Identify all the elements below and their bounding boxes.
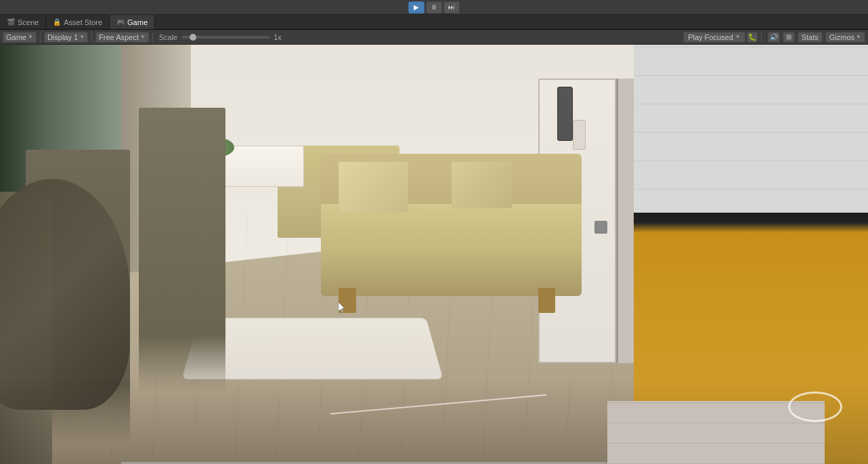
separator-4 [761, 33, 762, 42]
tab-bar: 🎬 Scene 🔒 Asset Store 🎮 Game [0, 15, 868, 30]
scale-value: 1x [274, 33, 282, 41]
scene-icon: 🎬 [7, 18, 15, 26]
layers-button[interactable]: ⊞ [783, 32, 795, 43]
scale-slider[interactable] [181, 36, 269, 39]
sofa-leg-1 [339, 288, 356, 313]
aspect-dropdown-chevron: ▼ [140, 34, 146, 40]
gizmos-chevron: ▼ [856, 34, 861, 40]
scale-label: Scale [159, 33, 178, 41]
separator-1 [40, 33, 41, 42]
layers-icon: ⊞ [786, 33, 791, 41]
game-dropdown-chevron: ▼ [28, 34, 33, 40]
display-dropdown[interactable]: Display 1 ▼ [44, 32, 88, 43]
audio-icon: 🔊 [770, 33, 778, 41]
gizmos-label: Gizmos [829, 33, 854, 41]
game-dropdown[interactable]: Game ▼ [3, 32, 37, 43]
game-viewport[interactable] [0, 45, 868, 464]
tab-asset-store[interactable]: 🔒 Asset Store [46, 15, 110, 29]
gizmos-button[interactable]: Gizmos ▼ [825, 32, 865, 43]
tab-scene-label: Scene [18, 18, 39, 26]
asset-store-icon: 🔒 [53, 18, 61, 26]
play-focused-chevron: ▼ [735, 34, 741, 40]
room-scene [0, 45, 868, 464]
separator-2 [91, 33, 92, 42]
display-dropdown-chevron: ▼ [79, 34, 85, 40]
wall-panel [573, 120, 586, 149]
play-focused-label: Play Focused [688, 33, 733, 41]
game-icon: 🎮 [116, 18, 125, 26]
sofa-pillow-2 [452, 162, 513, 208]
play-button[interactable]: ▶ [408, 1, 425, 14]
tab-asset-store-label: Asset Store [64, 18, 102, 26]
pause-button[interactable]: ⏸ [426, 1, 442, 14]
intercom [557, 87, 573, 141]
stats-button[interactable]: Stats [798, 32, 823, 43]
stats-label: Stats [802, 33, 819, 41]
toolbar-right-section: 🔊 ⊞ Stats Gizmos ▼ [768, 32, 865, 43]
tab-scene[interactable]: 🎬 Scene [0, 15, 46, 29]
aspect-dropdown[interactable]: Free Aspect ▼ [95, 32, 149, 43]
dining-chair-1 [139, 108, 225, 393]
step-button[interactable]: ⏭ [443, 1, 460, 14]
sofa-seat [321, 204, 582, 296]
aspect-dropdown-label: Free Aspect [99, 33, 139, 41]
play-controls-toolbar: ▶ ⏸ ⏭ [0, 0, 868, 15]
separator-3 [152, 33, 153, 42]
display-dropdown-label: Display 1 [47, 33, 78, 41]
audio-button[interactable]: 🔊 [768, 32, 780, 43]
sofa-pillow-1 [339, 162, 408, 212]
sofa-leg-2 [538, 288, 556, 313]
door-frame-right [616, 79, 634, 364]
game-toolbar: Game ▼ Display 1 ▼ Free Aspect ▼ Scale 1… [0, 30, 868, 45]
door-handle [594, 221, 607, 234]
game-dropdown-label: Game [6, 33, 26, 41]
bug-button[interactable]: 🐛 [747, 32, 758, 43]
tab-game[interactable]: 🎮 Game [110, 15, 155, 29]
tab-game-label: Game [127, 18, 148, 26]
play-focused-button[interactable]: Play Focused ▼ [683, 32, 745, 43]
bug-icon-glyph: 🐛 [748, 33, 756, 41]
vr-circle-indicator [788, 392, 842, 422]
